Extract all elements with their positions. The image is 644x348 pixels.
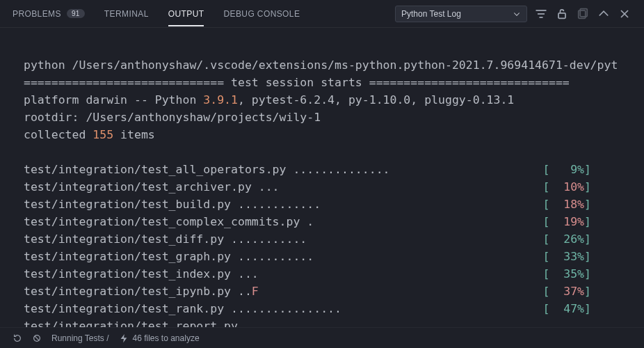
output-channel-label: Python Test Log (401, 9, 461, 19)
test-path: test/integration/test_diff.py ..........… (24, 230, 307, 248)
collected-line: collected 155 items (24, 128, 155, 141)
running-tests-status[interactable]: Running Tests / (51, 333, 109, 343)
test-line: test/integration/test_all_operators.py .… (24, 161, 591, 178)
test-percent: [ 9%] (542, 161, 591, 178)
test-path: test/integration/test_index.py ... (24, 265, 259, 283)
test-percent: [ 37%] (542, 283, 591, 300)
close-icon[interactable] (618, 7, 631, 21)
tab-output[interactable]: OUTPUT (168, 9, 204, 19)
running-tests-label: Running Tests / (51, 333, 109, 343)
session-header: ============================= test sessi… (24, 76, 570, 89)
rootdir-line: rootdir: /Users/anthonyshaw/projects/wil… (24, 111, 321, 124)
test-path: test/integration/test_archiver.py ... (24, 178, 280, 196)
tab-problems[interactable]: PROBLEMS 91 (13, 9, 85, 19)
test-percent: [ 26%] (542, 230, 591, 248)
tab-terminal[interactable]: TERMINAL (104, 9, 149, 19)
test-line: test/integration/test_rank.py ..........… (24, 300, 591, 317)
cancel-icon[interactable] (32, 333, 42, 343)
chevron-down-icon (513, 10, 521, 18)
test-line: test/integration/test_index.py ...[ 35%] (24, 265, 591, 283)
tab-debug-console[interactable]: DEBUG CONSOLE (223, 9, 300, 19)
test-line: test/integration/test_diff.py ..........… (24, 230, 591, 248)
test-percent: [ 10%] (542, 178, 591, 196)
test-results: test/integration/test_all_operators.py .… (24, 161, 630, 335)
test-path: test/integration/test_build.py .........… (24, 196, 321, 213)
test-percent: [ 47%] (542, 300, 591, 317)
panel-right-controls: Python Test Log (395, 6, 631, 22)
test-path: test/integration/test_graph.py .........… (24, 248, 314, 265)
test-path: test/integration/test_all_operators.py .… (24, 161, 390, 178)
output-channel-select[interactable]: Python Test Log (395, 6, 527, 22)
history-icon[interactable] (13, 333, 22, 343)
test-line: test/integration/test_archiver.py ...[ 1… (24, 178, 591, 196)
command-line: python /Users/anthonyshaw/.vscode/extens… (24, 58, 618, 72)
tab-label: DEBUG CONSOLE (223, 9, 300, 19)
svg-marker-10 (120, 333, 127, 342)
test-percent: [ 19%] (542, 213, 591, 230)
test-percent: [ 18%] (542, 196, 591, 213)
test-line: test/integration/test_ipynb.py ..F[ 37%] (24, 283, 591, 300)
status-bar: Running Tests / 46 files to analyze (0, 327, 644, 348)
svg-line-9 (35, 335, 39, 340)
test-line: test/integration/test_build.py .........… (24, 196, 591, 213)
tab-label: TERMINAL (104, 9, 149, 19)
problems-count-badge: 91 (67, 9, 85, 18)
test-path: test/integration/test_rank.py ..........… (24, 300, 341, 317)
analyze-label: 46 files to analyze (133, 333, 200, 343)
panel-tab-bar: PROBLEMS 91 TERMINAL OUTPUT DEBUG CONSOL… (0, 0, 644, 28)
svg-rect-3 (558, 13, 565, 18)
test-percent: [ 35%] (542, 265, 591, 283)
lock-open-icon[interactable] (555, 7, 569, 21)
tab-label: PROBLEMS (13, 9, 61, 19)
clear-output-icon (576, 7, 590, 21)
test-line: test/integration/test_graph.py .........… (24, 248, 591, 265)
test-path: test/integration/test_complex_commits.py… (24, 213, 314, 230)
filter-icon[interactable] (534, 7, 548, 21)
tab-label: OUTPUT (168, 9, 204, 19)
lightning-icon (119, 333, 129, 343)
test-path: test/integration/test_ipynb.py ..F (24, 283, 259, 300)
output-panel[interactable]: python /Users/anthonyshaw/.vscode/extens… (0, 28, 644, 348)
test-percent: [ 33%] (542, 248, 591, 265)
pylance-status[interactable]: 46 files to analyze (119, 333, 200, 343)
chevron-up-icon[interactable] (597, 7, 611, 21)
test-line: test/integration/test_complex_commits.py… (24, 213, 591, 230)
platform-line: platform darwin -- Python 3.9.1, pytest-… (24, 93, 514, 106)
